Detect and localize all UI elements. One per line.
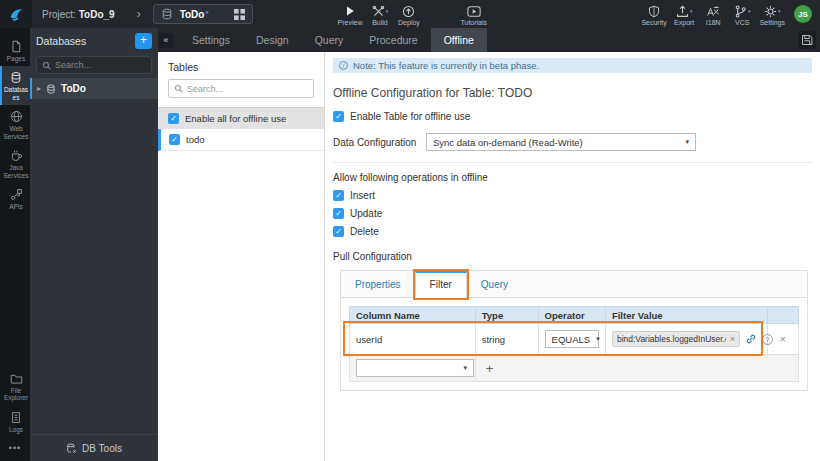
search-icon [174, 84, 183, 93]
build-button[interactable]: ▾ Build [365, 3, 394, 26]
offline-config-main: i Note: This feature is currently in bet… [325, 52, 820, 461]
video-icon [467, 5, 481, 18]
grid-view-icon[interactable] [234, 9, 245, 20]
save-button[interactable] [798, 31, 816, 49]
section-divider [333, 162, 812, 163]
search-icon [42, 61, 51, 70]
databases-search-input[interactable] [55, 60, 146, 70]
tab-settings[interactable]: Settings [179, 28, 243, 52]
remove-binding-icon[interactable]: × [730, 334, 735, 344]
play-icon [344, 5, 356, 18]
tab-filter-query[interactable]: Query [467, 271, 522, 297]
checkbox-checked-icon[interactable]: ✓ [333, 226, 344, 237]
export-button[interactable]: ▾ Export [670, 3, 699, 26]
rail-item-java-services[interactable]: Java Services [0, 144, 30, 183]
database-icon [46, 84, 56, 94]
help-icon[interactable]: ? [762, 334, 773, 345]
delete-checkbox-row[interactable]: ✓ Delete [333, 226, 812, 237]
delete-row-icon[interactable]: × [774, 333, 792, 345]
caret-down-icon: ▾ [778, 8, 781, 14]
tutorials-button[interactable]: Tutorials [457, 3, 490, 26]
rail-item-file-explorer[interactable]: File Explorer [0, 368, 30, 406]
service-tab-bar: « Settings Design Query Procedure Offlin… [158, 28, 820, 52]
wavemaker-logo-icon[interactable] [0, 0, 32, 28]
insert-checkbox-row[interactable]: ✓ Insert [333, 190, 812, 201]
filter-column-name-cell[interactable]: userId [350, 324, 476, 355]
cloud-upload-icon [402, 5, 415, 18]
deploy-button[interactable]: Deploy [394, 3, 423, 26]
settings-button[interactable]: ▾ Settings [757, 3, 788, 26]
data-configuration-label: Data Configuration [333, 137, 426, 148]
caret-down-icon: ▾ [685, 138, 689, 146]
open-database-tab[interactable]: ToDo* [153, 4, 253, 24]
column-header: Operator [538, 307, 605, 324]
database-icon [161, 8, 173, 20]
rail-item-web-services[interactable]: Web Services [0, 105, 30, 144]
filter-operator-cell: EQUALS ▾ [538, 324, 605, 355]
pull-configuration-panel: Properties Filter Query Column Name Type… [340, 270, 808, 391]
enable-all-row[interactable]: ✓ Enable all for offline use [158, 107, 324, 129]
operations-label: Allow following operations in offline [333, 172, 812, 183]
chevron-right-icon: › [137, 7, 141, 21]
tab-query[interactable]: Query [302, 28, 357, 52]
tab-title: ToDo* [180, 9, 209, 20]
rail-item-apis[interactable]: APIs [0, 183, 30, 214]
filter-value-cell: bind:Variables.loggedInUser.data × ? [605, 324, 767, 355]
operator-select[interactable]: EQUALS ▾ [545, 330, 599, 348]
tab-design[interactable]: Design [243, 28, 302, 52]
preview-button[interactable]: Preview [335, 3, 366, 26]
tables-search[interactable] [168, 79, 314, 98]
vcs-button[interactable]: ▾ VCS [728, 3, 757, 26]
tab-filter[interactable]: Filter [415, 271, 467, 298]
bind-link-icon[interactable] [745, 333, 757, 345]
expand-caret-icon[interactable]: ▸ [37, 84, 41, 93]
export-icon: ▾ [676, 5, 693, 18]
new-column-select[interactable]: ▾ [356, 359, 474, 377]
update-checkbox-row[interactable]: ✓ Update [333, 208, 812, 219]
user-avatar[interactable]: JS [794, 5, 812, 23]
checkbox-checked-icon[interactable]: ✓ [168, 113, 179, 124]
tables-panel: Tables ✓ Enable all for offline use ✓ to… [158, 52, 325, 461]
databases-search[interactable] [36, 56, 152, 74]
checkbox-checked-icon[interactable]: ✓ [333, 208, 344, 219]
pull-config-tabs: Properties Filter Query [341, 271, 807, 298]
data-configuration-select[interactable]: Sync data on-demand (Read-Write) ▾ [426, 133, 696, 151]
i18n-button[interactable]: I18N [699, 3, 728, 26]
table-row-todo[interactable]: ✓ todo [158, 129, 324, 151]
enable-table-checkbox-row[interactable]: ✓ Enable Table for offline use [333, 111, 812, 122]
tab-procedure[interactable]: Procedure [356, 28, 430, 52]
db-tools-button[interactable]: DB Tools [30, 434, 158, 461]
checkbox-checked-icon[interactable]: ✓ [333, 111, 344, 122]
rail-item-databases[interactable]: Databases [0, 66, 30, 105]
caret-down-icon: ▾ [690, 8, 693, 14]
collapse-panel-button[interactable]: « [159, 33, 173, 48]
rail-item-logs[interactable]: Logs [0, 406, 30, 437]
coffee-icon [10, 149, 23, 162]
bind-expression-chip[interactable]: bind:Variables.loggedInUser.data × [612, 331, 740, 347]
add-filter-button[interactable]: + [482, 361, 494, 376]
column-header: Type [475, 307, 538, 324]
shield-icon [648, 5, 660, 18]
checkbox-checked-icon[interactable]: ✓ [169, 134, 180, 145]
databases-panel: Databases + ▸ ToDo DB Tools [30, 28, 158, 461]
unsaved-marker: * [205, 9, 208, 18]
add-filter-row: ▾ + [350, 355, 799, 382]
database-tree-item-todo[interactable]: ▸ ToDo [30, 78, 158, 99]
filter-row-userid: userId string EQUALS ▾ [350, 324, 799, 355]
tables-panel-title: Tables [158, 61, 324, 73]
more-options-icon[interactable]: ••• [0, 437, 30, 461]
caret-down-icon: ▾ [463, 364, 467, 372]
tables-search-input[interactable] [187, 84, 308, 94]
security-button[interactable]: Security [638, 3, 669, 26]
caret-down-icon: ▾ [386, 8, 389, 14]
page-title: Offline Configuration for Table: TODO [333, 86, 812, 100]
caret-down-icon: ▾ [596, 335, 600, 343]
document-icon [10, 411, 22, 424]
add-database-button[interactable]: + [135, 33, 152, 49]
tab-offline[interactable]: Offline [431, 28, 487, 52]
globe-icon [10, 110, 23, 123]
rail-item-pages[interactable]: Pages [0, 35, 30, 66]
checkbox-checked-icon[interactable]: ✓ [333, 190, 344, 201]
header-actions-left: Preview ▾ Build Deploy Tutorials [335, 3, 491, 26]
tab-properties[interactable]: Properties [341, 271, 415, 297]
